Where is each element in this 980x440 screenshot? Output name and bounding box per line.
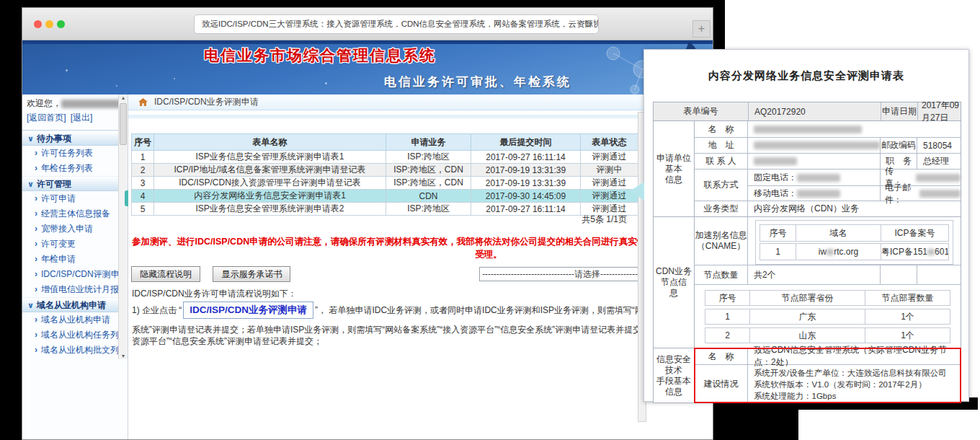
contact-label: 联 系 人 bbox=[695, 154, 747, 169]
browser-window: 致远IDC/ISP/CDN三大管理系统：接入资源管理系统，CDN信息安全管理系统… bbox=[22, 7, 713, 440]
logout-link[interactable]: [退出] bbox=[71, 113, 93, 123]
cname-table: 序号 域名 ICP备案号 1 iwrtc.org 粤ICP备151601号 bbox=[755, 220, 953, 265]
form-header-row: 表单编号 AQ20172920 申请日期 2017年09月27日 bbox=[654, 102, 961, 120]
close-window-icon[interactable] bbox=[34, 20, 42, 28]
sidebar-section-domain-org[interactable]: ∨域名从业机构申请 bbox=[22, 297, 128, 312]
show-promise-button[interactable]: 显示服务承诺书 bbox=[213, 266, 290, 282]
toolbar-strip bbox=[128, 115, 713, 118]
refresh-icon[interactable]: ↻ bbox=[584, 15, 592, 33]
system-banner: 电信业务市场综合管理信息系统 电信业务许可审批、年检系统 bbox=[22, 40, 713, 94]
applicant-section-label: 申请单位基本 信息 bbox=[654, 121, 695, 216]
icp-value: 粤ICP备151601号 bbox=[881, 244, 948, 260]
chevron-right-icon: › bbox=[35, 269, 37, 279]
flow-intro-text: IDC/ISP/CDN业务许可申请流程说明如下： bbox=[132, 288, 297, 300]
col-header-biz: 申请业务 bbox=[386, 134, 471, 151]
sidebar-item-license-change[interactable]: ›许可变更 bbox=[22, 237, 128, 252]
scrollbar-thumb[interactable] bbox=[120, 103, 127, 145]
sidebar-item-annual-apply[interactable]: ›年检申请 bbox=[22, 252, 128, 267]
sidebar-item-license-tasks[interactable]: ›许可任务列表 bbox=[22, 146, 128, 161]
maximize-window-icon[interactable] bbox=[57, 20, 65, 28]
notice-text-line1: 参加测评、进行IDC/ISP/CDN申请的公司请注意，请确保所有评测材料真实有效… bbox=[132, 236, 713, 248]
sidebar-item-license-apply[interactable]: ›许可申请 bbox=[22, 191, 128, 206]
redacted-fax bbox=[916, 174, 961, 182]
address-value bbox=[747, 138, 880, 153]
node-deploy-table: 序号 节点部署省份 节点部署数量 1 广东 1个 2 山 bbox=[705, 290, 950, 343]
sidebar-item-entity-report[interactable]: ›经营主体信息报备 bbox=[22, 206, 128, 221]
chevron-down-icon: ∨ bbox=[27, 134, 34, 143]
banner-dot bbox=[174, 78, 175, 79]
chevron-down-icon: ∨ bbox=[27, 301, 34, 309]
chevron-right-icon: › bbox=[35, 254, 37, 264]
system-title: 电信业务市场综合管理信息系统 bbox=[204, 45, 436, 66]
form-no-label: 表单编号 bbox=[654, 102, 748, 120]
system-subtitle: 电信业务许可审批、年检系统 bbox=[384, 74, 571, 90]
node-header-row: 序号 节点部署省份 节点部署数量 bbox=[705, 290, 950, 306]
panel-shadow-block bbox=[720, 397, 798, 440]
browser-chrome: 致远IDC/ISP/CDN三大管理系统：接入资源管理系统，CDN信息安全管理系统… bbox=[22, 8, 713, 40]
redacted-email bbox=[919, 190, 961, 198]
system-name-value: 致远CDN信息安全管理系统（实际管理CDN业务节点：2处） bbox=[747, 348, 961, 364]
sidebar-item-broadband-apply[interactable]: ›宽带接入申请 bbox=[22, 221, 128, 237]
build-status-label: 建设情况 bbox=[695, 365, 747, 402]
sidebar-item-domain-docs[interactable]: ›域名从业机构批文列表 bbox=[22, 343, 128, 358]
sidebar-section-license-mgmt[interactable]: ∨许可管理 bbox=[22, 176, 128, 191]
eval-forms-table: 序号 表单名称 申请业务 最后提交时间 表单状态 1 ISP业务信息安全管理系统… bbox=[131, 133, 638, 216]
security-section-label: 信息安全技术 手段基本信息 bbox=[654, 348, 695, 402]
sidebar-item-monthly-report[interactable]: ›增值电信业统计月报 bbox=[22, 282, 128, 297]
system-name-label: 名 称 bbox=[695, 348, 747, 364]
app-body: 欢迎您， [返回首页][退出] ∨待办事项 ›许可任务列表 ›年检任务列表 ∨许… bbox=[22, 94, 713, 439]
phone-field: 固定电话： bbox=[748, 170, 880, 185]
pagination-summary: 共5条 1/1页 bbox=[131, 214, 627, 226]
redacted-address bbox=[754, 141, 880, 149]
redacted-contact bbox=[754, 157, 797, 165]
welcome-label: 欢迎您， bbox=[27, 98, 61, 108]
scroll-up-icon[interactable]: ▲ bbox=[119, 95, 128, 100]
company-name-label: 名 称 bbox=[695, 121, 747, 137]
col-header-status: 表单状态 bbox=[581, 134, 638, 151]
apply-date-label: 申请日期 bbox=[881, 102, 917, 120]
table-row-selected[interactable]: 4 内容分发网络业务信息安全评测申请表1 CDN 2017-09-30 14:4… bbox=[132, 190, 638, 203]
banner-dot bbox=[66, 69, 68, 71]
sidebar-item-idc-isp-cdn-eval[interactable]: ›IDC/ISP/CDN评测申请 bbox=[22, 267, 128, 282]
col-header-time: 最后提交时间 bbox=[471, 134, 581, 151]
chevron-right-icon: › bbox=[35, 330, 37, 340]
home-link[interactable]: [返回首页] bbox=[27, 113, 66, 123]
table-row[interactable]: 1 ISP业务信息安全管理系统评测申请表1 ISP:跨地区 2017-09-27… bbox=[132, 151, 638, 164]
biztype-value: 内容分发网络（CDN）业务 bbox=[747, 201, 961, 216]
sidebar-menu: ∨待办事项 ›许可任务列表 ›年检任务列表 ∨许可管理 ›许可申请 ›经营主体信… bbox=[22, 130, 128, 358]
apply-date-value: 2017年09月27日 bbox=[917, 102, 961, 120]
contact-method-label: 联系方式 bbox=[695, 170, 747, 201]
eval-apply-link[interactable]: IDC/ISP/CDN业务评测申请 bbox=[183, 302, 313, 319]
table-row[interactable]: 3 IDC/ISP/CDN接入资源管理平台评测申请登记表 ISP:跨地区，CDN… bbox=[132, 177, 638, 190]
home-icon bbox=[138, 98, 148, 107]
chevron-right-icon: › bbox=[35, 148, 37, 158]
chevron-right-icon: › bbox=[35, 284, 37, 294]
biztype-label: 业务类型 bbox=[695, 201, 747, 216]
sidebar-scrollbar[interactable]: ▲ ▼ bbox=[118, 94, 128, 359]
node-data-row: 1 广东 1个 bbox=[705, 309, 950, 325]
minimize-window-icon[interactable] bbox=[45, 20, 53, 28]
notice-text-line2: 受理。 bbox=[132, 249, 713, 261]
chevron-right-icon: › bbox=[35, 345, 37, 355]
chevron-right-icon: › bbox=[35, 193, 37, 203]
form-no-value: AQ20172920 bbox=[748, 102, 881, 120]
table-row[interactable]: 2 ICP/IP地址/域名信息备案管理系统评测申请登记表 ISP:跨地区，CDN… bbox=[132, 164, 638, 177]
sidebar-item-annual-tasks[interactable]: ›年检任务列表 bbox=[22, 161, 128, 176]
new-tab-button[interactable]: + bbox=[692, 20, 710, 38]
build-status-value: 系统开发/设备生产单位：大连致远信息科技有限公司 系统软件版本：V1.0（发布时… bbox=[747, 365, 961, 402]
sidebar-section-todo[interactable]: ∨待办事项 bbox=[22, 131, 128, 146]
flow-step1-text: 1) 企业点击 “IDC/ISP/CDN业务评测申请”， 若单独申请IDC业务评… bbox=[132, 302, 713, 319]
node-data-row: 2 山东 1个 bbox=[705, 327, 950, 343]
cdn-eval-form-table: 表单编号 AQ20172920 申请日期 2017年09月27日 申请单位基本 … bbox=[653, 102, 961, 403]
status-badge: 评测中 bbox=[581, 164, 638, 177]
hide-flow-button[interactable]: 隐藏流程说明 bbox=[131, 266, 200, 282]
cdn-node-section-label: CDN业务节点信 息 bbox=[654, 217, 695, 348]
col-header-no: 序号 bbox=[132, 134, 154, 151]
cdn-eval-form-panel: 内容分发网络业务信息安全评测申请表 表单编号 AQ20172920 申请日期 2… bbox=[643, 49, 969, 402]
welcome-text: 欢迎您， bbox=[22, 94, 128, 110]
address-bar[interactable]: 致远IDC/ISP/CDN三大管理系统：接入资源管理系统，CDN信息安全管理系统… bbox=[194, 14, 599, 34]
sidebar-item-domain-tasks[interactable]: ›域名从业机构任务列表 bbox=[22, 327, 128, 343]
chevron-right-icon: › bbox=[35, 208, 37, 219]
sidebar-item-domain-apply[interactable]: ›域名从业机构申请 bbox=[22, 312, 128, 327]
scroll-down-icon[interactable]: ▼ bbox=[119, 353, 128, 358]
